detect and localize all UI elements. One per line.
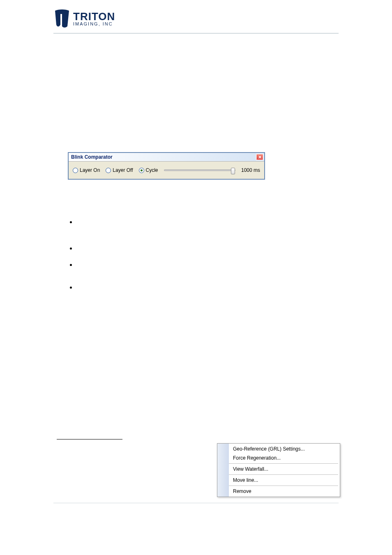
logo-text-sub: IMAGING, INC: [73, 22, 115, 26]
cycle-time-value: 1000 ms: [241, 167, 260, 173]
header-divider: [53, 33, 339, 34]
menu-item-grl-settings[interactable]: Geo-Reference (GRL) Settings...: [229, 444, 340, 453]
menu-item-remove[interactable]: Remove: [229, 487, 340, 496]
menu-item-view-waterfall[interactable]: View Waterfall...: [229, 465, 340, 474]
slider-thumb[interactable]: [231, 168, 235, 174]
bullet-icon: [70, 247, 72, 250]
radio-cycle[interactable]: Cycle: [139, 167, 158, 173]
company-logo: TRITON IMAGING, INC: [53, 8, 339, 29]
cycle-speed-slider[interactable]: [164, 169, 235, 171]
dialog-title: Blink Comparator: [71, 154, 113, 160]
radio-label: Layer On: [80, 167, 100, 173]
logo-text-main: TRITON: [73, 11, 115, 22]
radio-icon: [106, 168, 111, 173]
close-icon: ✕: [258, 155, 262, 160]
menu-separator: [229, 463, 338, 464]
dialog-titlebar[interactable]: Blink Comparator ✕: [69, 153, 264, 162]
section-underline: [57, 439, 122, 439]
radio-layer-on[interactable]: Layer On: [73, 167, 100, 173]
menu-item-move-line[interactable]: Move line...: [229, 476, 340, 485]
menu-item-force-regeneration[interactable]: Force Regeneration...: [229, 453, 340, 462]
radio-icon: [73, 168, 78, 173]
close-button[interactable]: ✕: [256, 154, 263, 160]
footer-divider: [53, 503, 339, 503]
radio-layer-off[interactable]: Layer Off: [106, 167, 133, 173]
triton-logo-icon: [53, 8, 71, 29]
menu-separator: [229, 474, 338, 475]
dialog-body: Layer On Layer Off Cycle 1000 ms: [69, 162, 264, 179]
radio-icon: [139, 168, 144, 173]
bullet-icon: [70, 264, 72, 266]
line-context-menu: Geo-Reference (GRL) Settings... Force Re…: [217, 443, 340, 497]
page-header: TRITON IMAGING, INC: [53, 8, 339, 34]
menu-separator: [229, 486, 338, 486]
bullet-icon: [70, 221, 72, 223]
blink-comparator-dialog: Blink Comparator ✕ Layer On Layer Off Cy…: [68, 152, 265, 180]
bullet-icon: [70, 287, 72, 289]
menu-gutter: [217, 444, 229, 497]
radio-label: Layer Off: [113, 167, 133, 173]
radio-label: Cycle: [146, 167, 158, 173]
